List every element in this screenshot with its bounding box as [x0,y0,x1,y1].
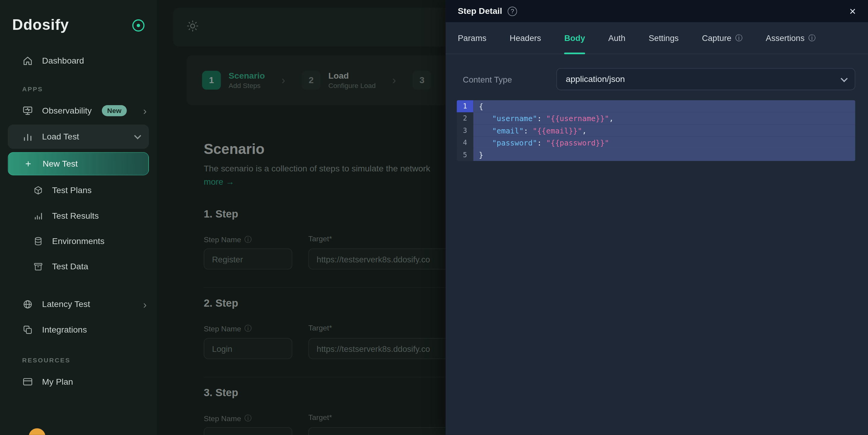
sidebar-item-new-test[interactable]: + New Test [8,152,149,175]
sidebar-item-test-data[interactable]: Test Data [0,254,157,279]
info-icon: ⓘ [735,33,743,43]
content-type-row: Content Type application/json [446,68,868,90]
sidebar-item-label: Environments [52,236,104,246]
sidebar-item-test-results[interactable]: Test Results [0,203,157,228]
code-line: 2 "username": "{{username}}", [457,112,855,125]
sidebar-item-label: Integrations [42,325,87,335]
sidebar-item-label: Load Test [42,132,79,142]
tab-assertions[interactable]: Assertionsⓘ [766,22,815,54]
body-code-editor[interactable]: 1 { 2 "username": "{{username}}", 3 "ema… [457,100,855,161]
sidebar-item-label: Observability [42,106,92,116]
content-type-select[interactable]: application/json [556,68,855,90]
code-line: 4 "password": "{{password}}" [457,137,855,149]
app-root: 1 Scenario Add Steps › 2 Load Configure … [0,0,868,435]
app-logo[interactable]: Ddosify [12,16,69,34]
copy-icon [22,324,33,335]
results-chart-icon [33,211,43,221]
sidebar-item-my-plan[interactable]: My Plan [0,369,157,394]
tab-capture[interactable]: Captureⓘ [702,22,743,54]
line-number: 1 [457,100,473,112]
line-number: 4 [457,137,473,149]
sidebar-item-label: My Plan [42,377,73,387]
sidebar-item-dashboard[interactable]: Dashboard [0,48,157,73]
bar-chart-icon [22,131,33,142]
chevron-right-icon: › [143,299,147,310]
info-icon: ⓘ [808,33,815,43]
archive-icon [33,262,43,272]
sidebar-section-resources: RESOURCES [0,357,157,364]
code-text: "password": "{{password}}" [473,137,855,149]
code-text: "username": "{{username}}", [473,112,855,125]
sidebar-item-label: Test Data [52,262,88,272]
drawer-tabs: Params Headers Body Auth Settings Captur… [446,22,868,54]
close-icon[interactable]: × [849,5,856,16]
globe-icon [22,299,33,310]
sidebar-item-load-test[interactable]: Load Test [8,125,149,149]
content-type-value: application/json [566,74,625,84]
sidebar-item-observability[interactable]: Observability New › [0,98,157,123]
sidebar-item-label: New Test [42,159,78,169]
line-number: 2 [457,112,473,125]
sidebar-item-label: Dashboard [42,56,84,66]
monitor-icon [22,105,33,116]
sidebar-item-latency-test[interactable]: Latency Test › [0,292,157,317]
credit-card-icon [22,376,33,388]
avatar[interactable] [29,428,45,435]
code-text: "email": "{{email}}", [473,125,855,136]
code-text: } [473,149,855,161]
tab-body[interactable]: Body [564,22,585,54]
home-icon [22,56,33,67]
tab-headers[interactable]: Headers [510,22,541,54]
sidebar-item-label: Latency Test [42,299,90,309]
code-line: 3 "email": "{{email}}", [457,125,855,136]
database-icon [33,236,43,246]
sidebar-item-test-plans[interactable]: Test Plans [0,178,157,203]
sidebar-item-label: Test Results [52,211,99,221]
content-type-label: Content Type [463,74,556,84]
new-badge: New [101,105,127,116]
sidebar: Ddosify Dashboard APPS Observability New… [0,0,157,435]
line-number: 5 [457,149,473,161]
sidebar-section-apps: APPS [0,86,157,93]
chevron-right-icon: › [143,105,147,116]
sidebar-item-label: Test Plans [52,185,92,195]
tab-settings[interactable]: Settings [649,22,679,54]
drawer-title: Step Detail [458,6,502,16]
plus-icon: + [23,158,34,170]
theme-toggle-icon[interactable] [132,19,144,31]
line-number: 3 [457,125,473,136]
drawer-header: Step Detail ? × [446,0,868,22]
sidebar-item-integrations[interactable]: Integrations [0,317,157,342]
sidebar-item-environments[interactable]: Environments [0,229,157,254]
chevron-down-icon [841,75,847,81]
code-line: 1 { [457,100,855,112]
help-icon[interactable]: ? [507,6,517,16]
chevron-down-icon [134,132,141,139]
tab-params[interactable]: Params [458,22,487,54]
tab-auth[interactable]: Auth [608,22,625,54]
step-detail-drawer: Step Detail ? × Params Headers Body Auth… [446,0,868,435]
package-icon [33,185,43,195]
code-text: { [473,100,855,112]
code-line: 5 } [457,149,855,161]
